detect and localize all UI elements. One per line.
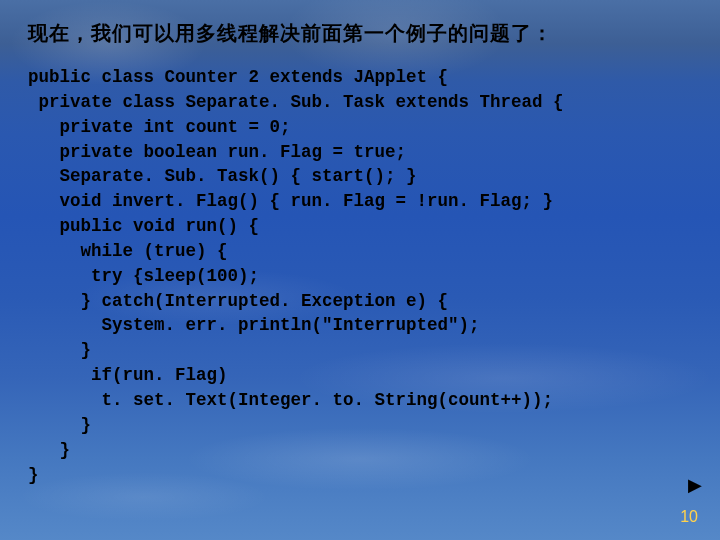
page-number: 10: [680, 508, 698, 526]
next-arrow-icon[interactable]: ▶: [688, 474, 702, 496]
slide-title: 现在，我们可以用多线程解决前面第一个例子的问题了：: [28, 20, 692, 47]
code-block: public class Counter 2 extends JApplet {…: [28, 65, 692, 487]
slide: 现在，我们可以用多线程解决前面第一个例子的问题了： public class C…: [0, 0, 720, 540]
